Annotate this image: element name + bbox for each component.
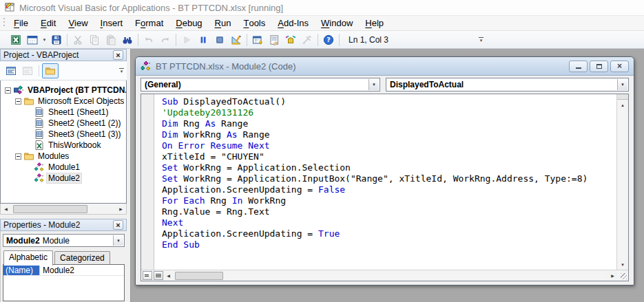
project-tree-hscrollbar[interactable]: ◀ ▶ [0, 204, 127, 215]
project-toolbar-options-icon[interactable]: ▾ [119, 68, 124, 73]
menu-tools[interactable]: Tools [237, 16, 271, 30]
left-dock: Project - VBAProject × ▾ VBAProject (BT … [0, 49, 131, 302]
code-vscrollbar[interactable]: ▲ ▼ [616, 94, 628, 270]
minimize-button[interactable] [569, 61, 588, 72]
workbook-icon [34, 140, 45, 151]
procedure-dropdown[interactable]: DisplayedToActual ▼ [386, 78, 629, 91]
tree-item-sheet3-sheet1-3[interactable]: Sheet3 (Sheet1 (3)) [1, 129, 126, 140]
code-line: Rng.Value = Rng.Text [162, 206, 616, 217]
property-name-cell[interactable]: (Name) [3, 265, 39, 275]
menu-help[interactable]: Help [359, 16, 390, 30]
project-toolbar: ▾ [0, 61, 127, 80]
hscroll-thumb[interactable] [13, 205, 87, 213]
menu-debug[interactable]: Debug [169, 16, 208, 30]
tab-alphabetic[interactable]: Alphabetic [3, 250, 53, 266]
close-button[interactable]: × [610, 61, 629, 72]
object-browser-icon [285, 34, 296, 45]
dropdown-caret-icon[interactable]: ▼ [41, 32, 48, 47]
object-dropdown[interactable]: (General) ▼ [141, 78, 380, 91]
tree-item-sheet2-sheet1-2[interactable]: Sheet2 (Sheet1 (2)) [1, 118, 126, 129]
menu-window[interactable]: Window [315, 16, 359, 30]
view-excel-button[interactable] [8, 32, 24, 47]
project-panel-title: Project - VBAProject [3, 50, 79, 60]
hscroll-thumb[interactable] [175, 272, 223, 280]
code-editor[interactable]: Sub DisplayedToActual()'Updateby20131126… [155, 94, 616, 270]
dropdown-arrow-icon[interactable]: ▼ [617, 79, 627, 90]
menu-run[interactable]: Run [209, 16, 238, 30]
scroll-up-icon[interactable]: ▲ [617, 100, 628, 110]
split-handle[interactable] [617, 94, 628, 100]
scroll-left-icon[interactable]: ◀ [163, 271, 174, 281]
menubar-grip[interactable] [3, 18, 6, 28]
property-value-cell[interactable]: Module2 [39, 265, 124, 275]
break-button[interactable] [195, 32, 211, 47]
object-browser-button[interactable] [282, 32, 299, 47]
toggle-folders-button[interactable] [42, 63, 59, 78]
restore-button[interactable] [590, 61, 608, 72]
code-line: End Sub [162, 239, 616, 250]
menu-edit[interactable]: Edit [34, 16, 62, 30]
undo-button[interactable] [141, 32, 157, 47]
properties-object-dropdown[interactable]: Module2 Module ▼ [3, 234, 125, 247]
properties-object-type: Module [43, 236, 70, 246]
tree-item-vbaproject-bt-pttcdn-xlsx[interactable]: VBAProject (BT PTTCDN.xlsx) [1, 85, 126, 96]
view-object-button[interactable] [19, 63, 36, 78]
save-button[interactable] [48, 32, 65, 47]
toolbar-separator [176, 34, 176, 46]
toolbar-separator [339, 34, 340, 46]
scroll-right-icon[interactable]: ▶ [116, 204, 126, 214]
tab-categorized[interactable]: Categorized [54, 251, 110, 265]
procedure-view-button[interactable] [143, 271, 152, 280]
menu-addins[interactable]: Add-Ins [271, 16, 315, 30]
tree-item-modules[interactable]: Modules [1, 151, 126, 162]
run-button[interactable] [178, 32, 195, 47]
tree-item-module2[interactable]: Module2 [1, 173, 126, 184]
toolbar-options-button[interactable]: ▾ [477, 32, 486, 48]
copy-button[interactable] [86, 32, 103, 47]
paste-button[interactable] [103, 32, 119, 47]
scroll-down-icon[interactable]: ▼ [617, 259, 628, 270]
code-line: xTitleId = "CHUYEN" [162, 151, 616, 162]
properties-window-button[interactable] [266, 32, 282, 47]
dropdown-arrow-icon[interactable]: ▼ [113, 235, 123, 246]
cut-button[interactable] [70, 32, 86, 47]
view-code-button[interactable] [3, 63, 19, 78]
menu-file[interactable]: File [8, 16, 34, 30]
project-explorer-icon [252, 34, 263, 45]
menu-format[interactable]: Format [129, 16, 169, 30]
find-button[interactable] [119, 32, 136, 47]
reset-button[interactable] [211, 32, 228, 47]
insert-userform-button[interactable] [24, 32, 41, 47]
properties-close-button[interactable]: × [113, 220, 123, 230]
help-button[interactable]: ? [320, 32, 337, 47]
collapse-toggle-icon[interactable] [15, 153, 21, 160]
dropdown-arrow-icon[interactable]: ▼ [368, 79, 379, 90]
redo-button[interactable] [157, 32, 174, 47]
worksheet-icon [34, 129, 45, 140]
design-mode-button[interactable] [228, 32, 245, 47]
project-close-button[interactable]: × [113, 50, 123, 60]
tree-item-thisworkbook[interactable]: ThisWorkbook [1, 140, 126, 151]
tree-item-module1[interactable]: Module1 [1, 162, 126, 173]
resize-grip[interactable] [618, 271, 628, 281]
scissors-icon [72, 34, 83, 45]
menu-view[interactable]: View [62, 16, 94, 30]
tree-item-label: Sheet2 (Sheet1 (2)) [47, 118, 122, 128]
tree-item-microsoft-excel-objects[interactable]: Microsoft Excel Objects [1, 96, 126, 107]
toolbox-icon [302, 34, 313, 45]
property-row[interactable]: (Name) Module2 [3, 265, 124, 276]
code-window-titlebar[interactable]: BT PTTCDN.xlsx - Module2 (Code) × [136, 57, 634, 76]
code-line: Dim WorkRng As Range [162, 129, 616, 140]
scroll-left-icon[interactable]: ◀ [1, 204, 11, 214]
scroll-right-icon[interactable]: ▶ [607, 271, 618, 281]
margin-indicator-bar[interactable] [141, 94, 154, 270]
project-explorer-button[interactable] [249, 32, 266, 47]
toolbox-button[interactable] [299, 32, 315, 47]
menu-insert[interactable]: Insert [94, 16, 129, 30]
collapse-toggle-icon[interactable] [15, 98, 21, 105]
code-line: On Error Resume Next [162, 140, 616, 151]
full-module-view-button[interactable] [154, 271, 163, 280]
project-panel-header: Project - VBAProject × [0, 49, 127, 61]
tree-item-sheet1-sheet1[interactable]: Sheet1 (Sheet1) [1, 107, 126, 118]
collapse-toggle-icon[interactable] [5, 87, 11, 94]
